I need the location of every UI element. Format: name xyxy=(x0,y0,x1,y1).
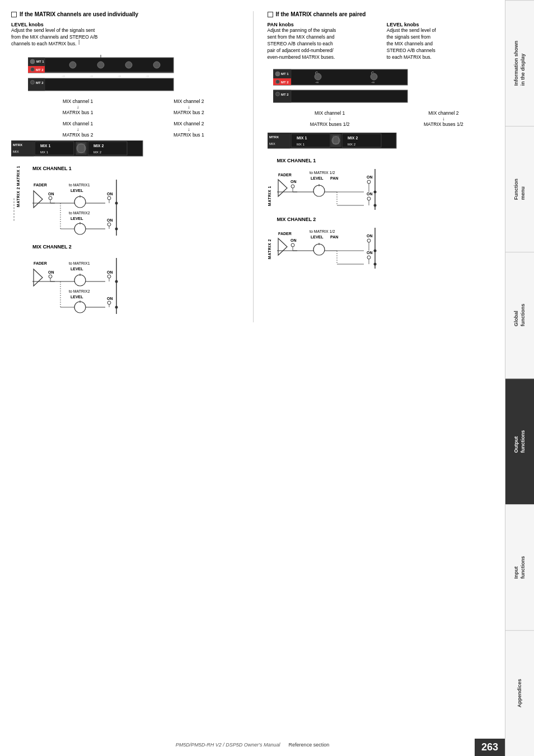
bottom-hw-paired: MTRX MIX MIX 1 MX 1 MIX 2 MX 2 xyxy=(268,133,501,149)
svg-text:MT 1: MT 1 xyxy=(36,60,44,63)
svg-text:PAN: PAN xyxy=(330,176,338,180)
flow-col-3: MIX channel 1 ↓ MATRIX bus 2 xyxy=(63,121,93,138)
sidebar-tab-global-functions-label: Globalfunctions xyxy=(513,304,526,327)
svg-text:-∞: -∞ xyxy=(315,81,318,84)
svg-text:MT 2: MT 2 xyxy=(36,68,44,72)
svg-point-173 xyxy=(373,263,376,266)
flow-matrix2-label: MATRIX bus 2 xyxy=(174,110,204,115)
left-header-text: If the MATRIX channels are used individu… xyxy=(20,11,138,17)
svg-text:FADER: FADER xyxy=(278,232,292,236)
sidebar-tab-input-functions[interactable]: Inputfunctions xyxy=(505,504,534,630)
sidebar-tab-input-functions-label: Inputfunctions xyxy=(513,556,526,579)
svg-text:MIX: MIX xyxy=(269,142,275,145)
svg-text:LEVEL: LEVEL xyxy=(71,217,83,220)
paired-matrix12-label: MATRIX buses 1/2 xyxy=(310,121,350,127)
flow-col-1: MIX channel 1 ↓ MATRIX bus 1 xyxy=(63,98,93,115)
sidebar-tab-global-functions[interactable]: Globalfunctions xyxy=(505,252,534,378)
sidebar-tab-appendices-label: Appendices xyxy=(517,679,523,707)
svg-point-2 xyxy=(30,59,35,64)
right-level-knobs-title: LEVEL knobs xyxy=(387,22,500,27)
flow-matrix1-label: MATRIX bus 1 xyxy=(63,110,93,115)
svg-point-10 xyxy=(125,62,132,68)
svg-point-81 xyxy=(74,302,86,313)
svg-point-43 xyxy=(74,196,86,208)
hardware-diagram-individual-svg: MT 1 MT 2 -∞ -∞ -∞ xyxy=(28,55,179,94)
mix-channel-1-individual: MIX CHANNEL 1 FADER ON xyxy=(32,166,245,238)
flow-arrow4: ↓ xyxy=(188,126,190,132)
svg-text:MIX 2: MIX 2 xyxy=(348,136,358,140)
paired-mix2-label: MIX channel 2 xyxy=(428,110,458,116)
svg-text:MIX: MIX xyxy=(13,150,19,153)
mix-ch1-individual-title: MIX CHANNEL 1 xyxy=(32,166,245,171)
right-level-knobs-desc: Adjust the send level ofthe signals sent… xyxy=(387,27,500,60)
svg-text:ON: ON xyxy=(367,234,373,238)
svg-text:ON: ON xyxy=(107,270,113,274)
matrix2-label: MATRIX 2 xyxy=(16,187,20,207)
svg-text:-∞: -∞ xyxy=(146,74,149,78)
paired-flow-col-2: MIX channel 2 ↓ MATRIX buses 1/2 xyxy=(424,110,463,127)
matrix-vertical-labels: MATRIX 1 MATRIX 2 xyxy=(11,166,25,322)
signal-flow-paired: MIX channel 1 ↓ MATRIX buses 1/2 MIX cha… xyxy=(273,110,501,127)
svg-point-38 xyxy=(49,196,52,200)
svg-marker-149 xyxy=(278,238,287,255)
svg-text:LEVEL: LEVEL xyxy=(311,176,324,180)
svg-point-104 xyxy=(371,73,377,80)
right-section-header: If the MATRIX channels are paired xyxy=(268,11,501,17)
level-knobs-desc-area: LEVEL knobs Adjust the send level of the… xyxy=(11,22,245,50)
paired-arrow1: ↓ xyxy=(329,116,331,121)
right-column: If the MATRIX channels are paired PAN kn… xyxy=(265,11,501,322)
svg-point-9 xyxy=(97,62,104,68)
svg-text:ON: ON xyxy=(367,175,373,179)
svg-point-158 xyxy=(313,244,325,255)
svg-marker-64 xyxy=(34,269,43,286)
dotted-separator xyxy=(14,198,15,220)
svg-text:LEVEL: LEVEL xyxy=(71,295,83,299)
svg-text:MTRX: MTRX xyxy=(13,143,22,147)
signal-flow-individual-2: MIX channel 1 ↓ MATRIX bus 2 MIX channel… xyxy=(22,121,245,138)
sidebar-tab-output-functions-label: Outputfunctions xyxy=(513,430,526,453)
svg-text:ON: ON xyxy=(291,238,297,242)
block-diagrams-individual: MATRIX 1 MATRIX 2 MIX CHANNEL 1 FADER xyxy=(11,166,245,322)
paired-matrix1-label: MATRIX 1 xyxy=(268,186,271,206)
level-knobs-col: LEVEL knobs Adjust the send level ofthe … xyxy=(387,22,500,63)
paired-mix1-label: MIX channel 1 xyxy=(315,110,345,116)
bottom-hw-individual-svg: MTRX MIX MIX 1 MX 1 MIX 2 MX 2 xyxy=(11,140,146,157)
level-knobs-section: LEVEL knobs Adjust the send level of the… xyxy=(11,22,245,50)
sidebar-tab-output-functions[interactable]: Outputfunctions xyxy=(505,378,534,504)
sidebar-tab-function-menu[interactable]: Functionmenu xyxy=(505,126,534,252)
page-footer: PM5D/PM5D-RH V2 / DSP5D Owner's Manual R… xyxy=(0,742,505,748)
svg-text:ON: ON xyxy=(107,297,113,300)
svg-text:MIX 1: MIX 1 xyxy=(297,136,307,140)
flow-mix1b-label: MIX channel 1 xyxy=(63,121,93,126)
mix-ch1-individual-diagram: FADER ON to MATRIX1 xyxy=(32,174,195,238)
page-number: 263 xyxy=(475,739,505,756)
svg-text:LEVEL: LEVEL xyxy=(71,267,83,271)
sidebar-tab-appendices[interactable]: Appendices xyxy=(505,630,534,756)
pan-knobs-title: PAN knobs xyxy=(268,22,381,27)
flow-mix2-label: MIX channel 2 xyxy=(174,98,204,104)
right-checkbox-icon xyxy=(268,12,273,17)
svg-text:MX 2: MX 2 xyxy=(348,143,356,146)
svg-point-147 xyxy=(373,204,376,207)
flow-arrow3: ↓ xyxy=(77,126,79,132)
svg-point-8 xyxy=(69,62,76,68)
svg-marker-123 xyxy=(278,180,287,196)
sidebar-tab-info-display[interactable]: Information shownin the display xyxy=(505,0,534,126)
flow-matrix1b-label: MATRIX bus 1 xyxy=(174,132,204,138)
svg-text:ON: ON xyxy=(367,251,373,255)
pan-knobs-desc: Adjust the panning of the signalssent fr… xyxy=(268,27,381,60)
svg-point-5 xyxy=(31,67,35,71)
svg-text:ON: ON xyxy=(107,218,113,222)
hardware-diagram-paired-svg: MT 1 MT 2 C -∞ C -∞ xyxy=(273,68,413,106)
flow-col-2: MIX channel 2 ↓ MATRIX bus 2 xyxy=(174,98,204,115)
svg-point-48 xyxy=(107,196,111,200)
paired-flow-col-1: MIX channel 1 ↓ MATRIX buses 1/2 xyxy=(310,110,350,127)
svg-point-29 xyxy=(77,144,86,153)
bottom-hw-paired-svg: MTRX MIX MIX 1 MX 1 MIX 2 MX 2 xyxy=(268,133,399,149)
svg-point-11 xyxy=(153,62,160,68)
svg-point-91 xyxy=(115,306,118,308)
svg-text:ON: ON xyxy=(107,192,113,196)
svg-marker-35 xyxy=(34,191,43,208)
svg-text:MX 1: MX 1 xyxy=(297,143,305,146)
svg-text:-∞: -∞ xyxy=(371,81,374,84)
